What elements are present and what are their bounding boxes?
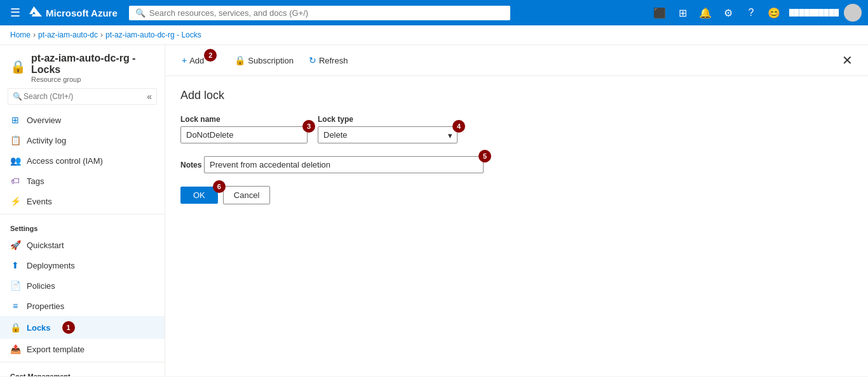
sidebar-item-export-template-label: Export template bbox=[27, 345, 85, 354]
lock-type-group: Lock type Delete Read-only ▾ 4 bbox=[318, 115, 458, 143]
sidebar-item-locks-label: Locks bbox=[27, 323, 51, 333]
sidebar-subtitle: Resource group bbox=[31, 76, 154, 83]
subscription-button[interactable]: 🔒 Subscription bbox=[228, 51, 300, 69]
add-icon: + bbox=[182, 55, 187, 65]
properties-icon: ≡ bbox=[10, 301, 20, 311]
global-search[interactable]: 🔍 bbox=[129, 6, 510, 20]
content-area: + Add 2 🔒 Subscription ↻ Refresh ✕ Add l… bbox=[165, 45, 868, 376]
refresh-button[interactable]: ↻ Refresh bbox=[302, 51, 355, 69]
form-actions: OK 6 Cancel bbox=[180, 186, 853, 204]
locks-icon: 🔒 bbox=[10, 322, 20, 333]
close-button[interactable]: ✕ bbox=[837, 51, 858, 69]
step-badge-1: 1 bbox=[62, 321, 75, 334]
azure-logo: Microsoft Azure bbox=[29, 6, 118, 19]
sidebar-item-overview-label: Overview bbox=[27, 116, 61, 125]
add-button[interactable]: + Add 2 bbox=[175, 50, 226, 70]
sidebar-item-export-template[interactable]: 📤 Export template bbox=[0, 339, 165, 359]
feedback-icon[interactable]: 😊 bbox=[764, 3, 784, 23]
user-avatar[interactable] bbox=[844, 4, 862, 22]
nav-divider-1 bbox=[0, 214, 165, 215]
notes-input[interactable] bbox=[204, 156, 484, 173]
hamburger-menu[interactable]: ☰ bbox=[6, 3, 24, 22]
main-layout: 🔒 pt-az-iam-auto-dc-rg - Locks Resource … bbox=[0, 45, 868, 376]
sidebar-item-tags[interactable]: 🏷 Tags bbox=[0, 171, 165, 191]
toolbar: + Add 2 🔒 Subscription ↻ Refresh ✕ bbox=[165, 45, 868, 76]
subscription-label: Subscription bbox=[248, 56, 294, 65]
breadcrumb-current: pt-az-iam-auto-dc-rg - Locks bbox=[105, 30, 201, 39]
sidebar-item-policies[interactable]: 📄 Policies bbox=[0, 275, 165, 296]
sidebar-collapse-btn[interactable]: « bbox=[147, 91, 152, 102]
lock-name-label: Lock name bbox=[180, 115, 308, 124]
sidebar-item-properties-label: Properties bbox=[27, 301, 64, 311]
activity-log-icon: 📋 bbox=[10, 135, 20, 145]
deployments-icon: ⬆ bbox=[10, 260, 20, 270]
sidebar-item-activity-log-label: Activity log bbox=[27, 136, 66, 145]
directory-icon[interactable]: ⊞ bbox=[672, 3, 693, 23]
form-row-lock: Lock name 3 Lock type Delete Read-only bbox=[180, 115, 853, 143]
policies-icon: 📄 bbox=[10, 281, 20, 291]
sidebar-item-events-label: Events bbox=[27, 197, 52, 206]
resource-lock-icon: 🔒 bbox=[10, 59, 26, 74]
export-template-icon: 📤 bbox=[10, 344, 20, 354]
settings-section-label: Settings bbox=[0, 217, 165, 235]
settings-icon[interactable]: ⚙ bbox=[718, 3, 738, 23]
ok-button[interactable]: OK bbox=[180, 187, 218, 204]
sidebar-item-tags-label: Tags bbox=[27, 176, 44, 186]
iam-icon: 👥 bbox=[10, 155, 20, 166]
sidebar-nav: ⊞ Overview 📋 Activity log 👥 Access contr… bbox=[0, 110, 165, 376]
user-text: ██████████ bbox=[789, 9, 839, 17]
step-badge-2: 2 bbox=[204, 49, 217, 62]
nav-divider-2 bbox=[0, 362, 165, 362]
notes-label: Notes bbox=[180, 161, 201, 169]
lock-type-label: Lock type bbox=[318, 115, 458, 124]
sidebar-item-properties[interactable]: ≡ Properties bbox=[0, 296, 165, 316]
sidebar-item-activity-log[interactable]: 📋 Activity log bbox=[0, 130, 165, 150]
sidebar-item-deployments-label: Deployments bbox=[27, 261, 75, 270]
breadcrumb-home[interactable]: Home bbox=[10, 30, 31, 39]
overview-icon: ⊞ bbox=[10, 115, 20, 125]
sidebar-header: 🔒 pt-az-iam-auto-dc-rg - Locks Resource … bbox=[0, 45, 165, 88]
sidebar-item-policies-label: Policies bbox=[27, 281, 55, 291]
cloud-shell-icon[interactable]: ⬛ bbox=[649, 3, 670, 23]
sidebar-search-input[interactable] bbox=[8, 88, 157, 105]
panel-title: Add lock bbox=[180, 89, 853, 102]
lock-name-input[interactable] bbox=[180, 126, 308, 143]
sidebar-item-quickstart[interactable]: 🚀 Quickstart bbox=[0, 235, 165, 255]
cancel-button[interactable]: Cancel bbox=[223, 186, 270, 204]
sidebar-title: pt-az-iam-auto-dc-rg - Locks bbox=[31, 53, 154, 76]
search-input[interactable] bbox=[149, 8, 504, 18]
help-icon[interactable]: ? bbox=[741, 3, 761, 23]
sidebar: 🔒 pt-az-iam-auto-dc-rg - Locks Resource … bbox=[0, 45, 165, 376]
breadcrumb: Home › pt-az-iam-auto-dc › pt-az-iam-aut… bbox=[0, 25, 868, 45]
refresh-icon: ↻ bbox=[309, 55, 316, 65]
quickstart-icon: 🚀 bbox=[10, 240, 20, 250]
panel-content: Add lock Lock name 3 Lock type Delete bbox=[165, 76, 868, 376]
sidebar-item-overview[interactable]: ⊞ Overview bbox=[0, 110, 165, 130]
top-navigation: ☰ Microsoft Azure 🔍 ⬛ ⊞ 🔔 ⚙ ? 😊 ████████… bbox=[0, 0, 868, 25]
tags-icon: 🏷 bbox=[10, 176, 20, 186]
nav-icons: ⬛ ⊞ 🔔 ⚙ ? 😊 ██████████ bbox=[649, 3, 862, 23]
add-label: Add bbox=[189, 56, 204, 65]
subscription-icon: 🔒 bbox=[234, 55, 245, 65]
breadcrumb-resource-group[interactable]: pt-az-iam-auto-dc bbox=[38, 30, 98, 39]
sidebar-item-events[interactable]: ⚡ Events bbox=[0, 191, 165, 211]
sidebar-item-deployments[interactable]: ⬆ Deployments bbox=[0, 255, 165, 275]
notes-group: Notes 5 bbox=[180, 154, 853, 173]
cost-section-label: Cost Management bbox=[0, 365, 165, 376]
sidebar-item-locks[interactable]: 🔒 Locks 1 bbox=[0, 316, 165, 339]
sidebar-item-iam-label: Access control (IAM) bbox=[27, 156, 103, 166]
sidebar-item-quickstart-label: Quickstart bbox=[27, 241, 64, 250]
sidebar-item-iam[interactable]: 👥 Access control (IAM) bbox=[0, 150, 165, 171]
refresh-label: Refresh bbox=[319, 56, 348, 65]
events-icon: ⚡ bbox=[10, 196, 20, 206]
lock-name-group: Lock name 3 bbox=[180, 115, 308, 143]
notifications-icon[interactable]: 🔔 bbox=[695, 3, 715, 23]
lock-type-select[interactable]: Delete Read-only bbox=[318, 126, 458, 143]
